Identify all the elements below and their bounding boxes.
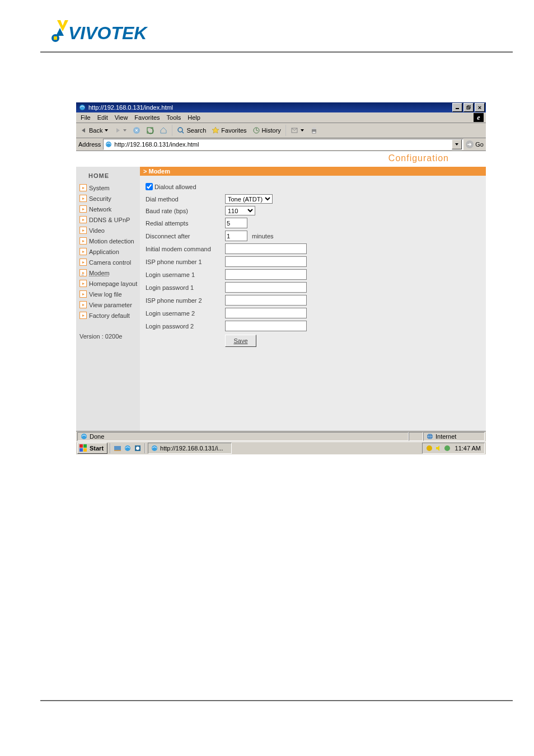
menu-edit[interactable]: Edit [94, 113, 111, 122]
search-icon [177, 126, 185, 134]
chevron-right-icon [79, 259, 87, 266]
isp1-input[interactable] [225, 256, 307, 267]
chevron-right-icon [79, 301, 87, 308]
quick-launch [112, 444, 143, 453]
system-tray[interactable]: 11:47 AM [422, 443, 485, 454]
star-icon [212, 126, 219, 134]
forward-button[interactable] [112, 126, 129, 135]
footer-divider [40, 700, 513, 701]
favorites-button[interactable]: Favorites [209, 125, 249, 135]
refresh-button[interactable] [144, 125, 156, 135]
sidebar-item-homepage-layout[interactable]: Homepage layout [76, 278, 140, 289]
taskbar-separator [110, 443, 111, 453]
svg-rect-19 [312, 128, 316, 129]
svg-marker-13 [212, 127, 219, 133]
pass1-input[interactable] [225, 282, 307, 293]
print-button[interactable] [308, 125, 320, 135]
sidebar-item-network[interactable]: Network [76, 204, 140, 214]
tray-icon [426, 445, 433, 452]
disconnect-input[interactable] [225, 231, 247, 241]
dial-method-select[interactable]: Tone (ATDT) [225, 194, 273, 204]
user1-input[interactable] [225, 269, 307, 280]
address-label: Address [78, 141, 101, 148]
sidebar-home[interactable]: HOME [76, 167, 140, 182]
quick-launch-ie[interactable] [123, 444, 132, 453]
sidebar-item-security[interactable]: Security [76, 193, 140, 204]
sidebar-item-label: Video [89, 227, 105, 234]
volume-icon [435, 445, 442, 452]
menu-help[interactable]: Help [184, 113, 204, 122]
toolbar: Back × Search Favorite [76, 123, 486, 138]
disconnect-unit: minutes [252, 233, 274, 240]
go-button[interactable]: ➔ Go [466, 140, 484, 148]
svg-rect-20 [312, 132, 316, 133]
form-area: > Modem Dialout allowed Dial method Tone… [140, 167, 486, 431]
baud-select[interactable]: 110 [225, 206, 255, 215]
sidebar-item-application[interactable]: Application [76, 246, 140, 257]
sidebar-item-factory-default[interactable]: Factory default [76, 310, 140, 321]
mail-button[interactable] [288, 125, 307, 135]
redial-input[interactable] [225, 218, 247, 228]
menu-tools[interactable]: Tools [163, 113, 185, 122]
close-button[interactable]: × [475, 103, 485, 112]
menu-view[interactable]: View [111, 113, 132, 122]
save-button[interactable]: Save [225, 335, 256, 347]
restore-button[interactable] [463, 103, 474, 112]
page-title: Configuration [388, 153, 449, 163]
sidebar-item-video[interactable]: Video [76, 225, 140, 236]
sidebar-item-motion-detection[interactable]: Motion detection [76, 236, 140, 246]
clock: 11:47 AM [453, 445, 481, 452]
user2-label: Login username 2 [146, 310, 225, 317]
quick-launch-desktop[interactable] [113, 444, 122, 453]
dropdown-icon [300, 128, 305, 133]
svg-rect-28 [79, 448, 83, 452]
ie-throbber: e [474, 113, 484, 122]
user2-input[interactable] [225, 308, 307, 318]
ie-icon [78, 104, 86, 111]
dialout-checkbox[interactable] [146, 183, 153, 190]
menu-favorites[interactable]: Favorites [131, 113, 163, 122]
history-button[interactable]: History [250, 125, 283, 135]
taskbar-separator [144, 443, 146, 453]
sidebar-item-view-log-file[interactable]: View log file [76, 289, 140, 299]
address-url: http://192.168.0.131/index.html [113, 141, 199, 148]
mail-icon [291, 126, 298, 134]
back-button[interactable]: Back [78, 126, 111, 135]
ie-icon [80, 433, 88, 440]
menu-file[interactable]: File [77, 113, 94, 122]
address-bar: Address http://192.168.0.131/index.html … [76, 138, 486, 151]
chevron-right-icon [79, 290, 87, 298]
start-button[interactable]: Start [77, 443, 107, 454]
sidebar-item-view-parameter[interactable]: View parameter [76, 299, 140, 310]
dial-method-label: Dial method [146, 196, 225, 203]
search-button[interactable]: Search [175, 125, 208, 135]
svg-point-34 [136, 447, 139, 450]
sidebar-item-label: Network [89, 206, 111, 213]
windows-icon [79, 444, 88, 453]
pass1-label: Login password 1 [146, 284, 225, 291]
init-cmd-input[interactable] [225, 243, 307, 254]
chevron-right-icon [79, 269, 87, 276]
sidebar-item-camera-control[interactable]: Camera control [76, 257, 140, 267]
address-input-wrapper[interactable]: http://192.168.0.131/index.html [103, 139, 463, 150]
history-label: History [262, 127, 281, 134]
window-title: http://192.168.0.131/index.html [88, 104, 451, 111]
chevron-right-icon [79, 312, 87, 319]
tray-icon [444, 445, 451, 452]
sidebar-item-system[interactable]: System [76, 182, 140, 193]
taskbar-task[interactable]: http://192.168.0.131/i... [148, 443, 232, 454]
toolbar-separator [285, 125, 286, 136]
sidebar-item-ddns-upnp[interactable]: DDNS & UPnP [76, 214, 140, 225]
stop-button[interactable]: × [130, 125, 143, 135]
sidebar-item-modem[interactable]: Modem [76, 267, 140, 278]
pass2-input[interactable] [225, 321, 307, 331]
isp2-input[interactable] [225, 295, 307, 306]
home-button[interactable] [157, 125, 170, 135]
sidebar: HOME System Security Network DDNS & UPnP… [76, 167, 140, 431]
address-dropdown-button[interactable] [452, 139, 462, 149]
sidebar-item-label: View parameter [89, 302, 132, 308]
quick-launch-outlook[interactable] [133, 444, 142, 453]
minimize-button[interactable] [452, 103, 462, 112]
chevron-right-icon [79, 216, 87, 223]
chevron-right-icon [79, 227, 87, 234]
